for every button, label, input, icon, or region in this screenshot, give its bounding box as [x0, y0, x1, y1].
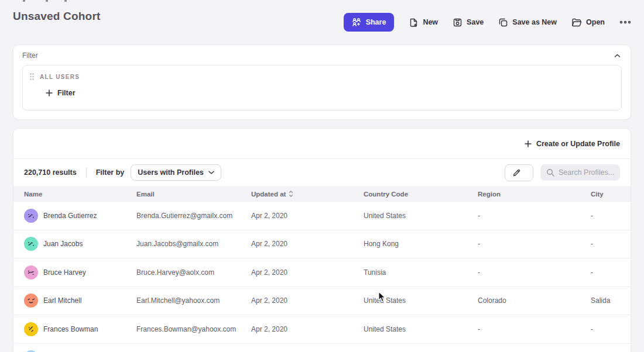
filter-group-label: ALL USERS [40, 74, 80, 80]
profile-city: - [591, 212, 620, 220]
table-row[interactable]: Juan Jacobs Juan.Jacobs@gmailx.com Apr 2… [13, 230, 631, 259]
profile-email: Juan.Jacobs@gmailx.com [136, 240, 251, 248]
avatar [24, 294, 38, 308]
folder-icon [571, 18, 582, 27]
profiles-search-input[interactable] [559, 168, 614, 177]
filter-by-label: Filter by [96, 168, 125, 177]
clipped-top-text [64, 0, 67, 2]
copy-icon [498, 18, 508, 27]
profile-region: - [478, 325, 591, 333]
column-header-city[interactable]: City [591, 191, 620, 198]
plus-icon [525, 140, 532, 147]
search-icon [546, 168, 554, 177]
open-button[interactable]: Open [571, 18, 605, 27]
table-row[interactable]: Brenda Gutierrez Brenda.Gutierrez@gmailx… [13, 202, 631, 230]
profiles-filter-dropdown-value: Users with Profiles [138, 168, 204, 177]
avatar [24, 265, 38, 279]
share-button-label: Share [366, 18, 386, 26]
filter-panel: Filter ALL USERS [13, 44, 631, 120]
results-count: 220,710 results [24, 168, 77, 177]
profile-country: Hong Kong [364, 240, 478, 248]
profile-updated-at: Apr 2, 2020 [251, 240, 364, 248]
column-header-name[interactable]: Name [24, 191, 136, 198]
column-header-country-code[interactable]: Country Code [364, 191, 478, 198]
new-button[interactable]: New [409, 18, 438, 27]
profile-country: Tunisia [364, 268, 478, 277]
profile-name: Frances Bowman [43, 325, 98, 333]
profile-region: - [478, 212, 591, 220]
clipped-top-text [23, 0, 25, 2]
chevron-down-icon [208, 171, 214, 174]
profiles-filter-dropdown[interactable]: Users with Profiles [131, 164, 221, 181]
table-row[interactable]: Bruce Harvey Bruce.Harvey@aolx.com Apr 2… [13, 258, 631, 287]
profile-updated-at: Apr 2, 2020 [251, 212, 364, 220]
page-header: Unsaved Cohort Share New [0, 0, 644, 44]
drag-handle-icon[interactable] [30, 73, 34, 80]
create-or-update-profile-label: Create or Update Profile [536, 140, 620, 148]
profile-region-wrap: United States [364, 296, 478, 305]
column-header-email[interactable]: Email [136, 191, 251, 198]
profile-region: Colorado [478, 296, 591, 305]
profile-name: Earl Mitchell [43, 296, 81, 305]
create-or-update-profile-button[interactable]: Create or Update Profile [525, 140, 620, 148]
profile-name: Juan Jacobs [43, 240, 83, 248]
profile-country: United States [364, 296, 406, 305]
avatar [24, 237, 38, 251]
profile-region: - [478, 268, 591, 277]
filter-panel-title: Filter [22, 51, 38, 60]
divider [86, 168, 87, 178]
add-filter-button[interactable]: Filter [46, 89, 76, 97]
profile-email: Brenda.Gutierrez@gmailx.com [136, 212, 251, 220]
save-as-new-button-label: Save as New [512, 18, 557, 26]
profile-country: United States [364, 325, 478, 333]
file-plus-icon [409, 18, 419, 27]
profile-city: - [591, 240, 620, 248]
profile-region: - [478, 240, 591, 248]
collapse-filter-button[interactable] [613, 53, 622, 59]
profile-email: Frances.Bowman@yahoox.com [136, 325, 251, 333]
edit-columns-button[interactable] [505, 164, 533, 181]
avatar [24, 322, 38, 336]
profile-city: Salida [591, 296, 620, 305]
add-filter-label: Filter [57, 89, 76, 97]
profile-email: Earl.Mitchell@yahoox.com [136, 296, 251, 305]
ellipsis-icon [619, 20, 631, 25]
new-button-label: New [423, 18, 438, 26]
profile-name: Brenda Gutierrez [43, 212, 97, 220]
results-panel: Create or Update Profile 220,710 results… [13, 128, 631, 352]
clipped-top-text [46, 0, 48, 2]
profile-updated-at: Apr 2, 2020 [251, 296, 364, 305]
chevron-up-icon [614, 54, 621, 58]
save-button-label: Save [467, 18, 484, 26]
plus-icon [46, 89, 53, 96]
column-header-region[interactable]: Region [478, 191, 591, 198]
share-users-icon [352, 18, 361, 27]
save-as-new-button[interactable]: Save as New [498, 18, 557, 27]
sort-icon [289, 191, 293, 197]
profile-country: United States [364, 212, 478, 220]
table-row[interactable]: Earl Mitchell Earl.Mitchell@yahoox.com A… [13, 287, 631, 316]
table-row-partial[interactable] [13, 344, 631, 352]
profile-email: Bruce.Harvey@aolx.com [136, 268, 251, 277]
open-button-label: Open [586, 18, 605, 26]
profile-updated-at: Apr 2, 2020 [251, 268, 364, 277]
table-header-row: Name Email Updated at Country Code Regio… [13, 186, 631, 202]
table-row[interactable]: Frances Bowman Frances.Bowman@yahoox.com… [13, 315, 631, 344]
header-actions: Share New Save [344, 0, 631, 44]
profile-city: - [591, 268, 620, 277]
filter-group-all-users: ALL USERS Filter [22, 65, 622, 111]
column-header-updated-at[interactable]: Updated at [251, 191, 364, 198]
results-toolbar: 220,710 results Filter by Users with Pro… [13, 159, 631, 186]
profiles-search[interactable] [540, 164, 620, 181]
avatar [24, 209, 38, 223]
more-options-button[interactable] [619, 20, 631, 25]
pencil-icon [512, 168, 521, 177]
profile-city: - [591, 325, 620, 333]
save-button[interactable]: Save [453, 18, 484, 27]
profile-updated-at: Apr 2, 2020 [251, 325, 364, 333]
profile-name: Bruce Harvey [43, 268, 86, 277]
page-title: Unsaved Cohort [13, 10, 101, 44]
share-button[interactable]: Share [344, 13, 395, 32]
save-icon [453, 18, 463, 27]
